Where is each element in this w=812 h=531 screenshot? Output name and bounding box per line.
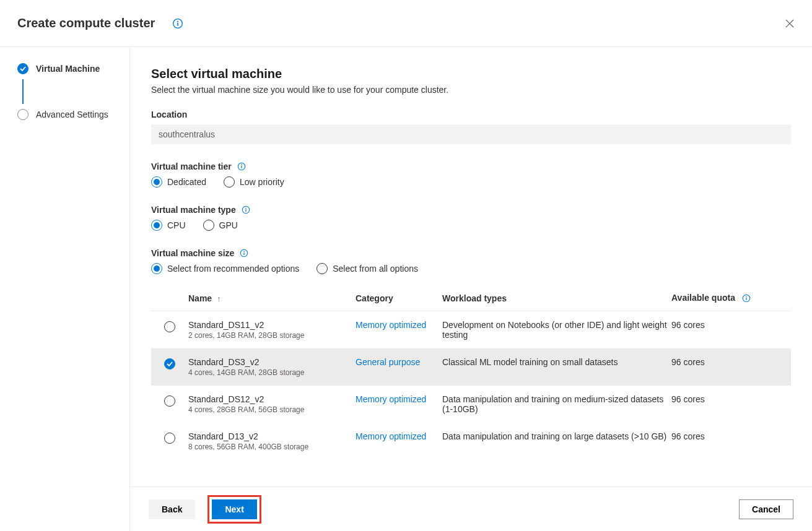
radio-label: Select from all options <box>333 264 418 274</box>
step-advanced-settings[interactable]: Advanced Settings <box>17 106 121 123</box>
radio-label: Low priority <box>240 177 284 187</box>
quota-text: 96 cores <box>671 394 795 404</box>
page-title: Create compute cluster <box>17 16 155 30</box>
svg-rect-14 <box>746 298 746 300</box>
tier-radio-group: Dedicated Low priority <box>151 176 791 188</box>
info-icon <box>742 294 751 303</box>
workload-text: Data manipulation and training on large … <box>442 431 671 441</box>
radio-icon <box>203 220 214 231</box>
check-circle-icon <box>17 63 28 74</box>
svg-point-10 <box>244 251 245 253</box>
svg-rect-11 <box>244 253 245 255</box>
vm-name: Standard_D13_v2 <box>188 431 356 441</box>
tier-info-icon[interactable] <box>237 162 247 171</box>
back-button[interactable]: Back <box>149 499 195 519</box>
location-label: Location <box>151 110 791 119</box>
content-pane: Select virtual machine Select the virtua… <box>130 47 812 531</box>
sort-asc-icon: ↑ <box>217 295 220 303</box>
info-icon <box>242 205 250 214</box>
type-gpu-radio[interactable]: GPU <box>203 220 238 231</box>
size-all-radio[interactable]: Select from all options <box>317 263 418 274</box>
vm-size-table: Name ↑ Category Workload types Available… <box>151 285 791 460</box>
row-radio[interactable] <box>164 321 175 332</box>
table-row[interactable]: Standard_DS12_v24 cores, 28GB RAM, 56GB … <box>151 386 791 423</box>
type-info-icon[interactable] <box>241 205 251 215</box>
row-selected-icon[interactable] <box>164 358 175 369</box>
radio-label: GPU <box>219 220 238 230</box>
vm-spec: 8 cores, 56GB RAM, 400GB storage <box>188 442 356 451</box>
dialog-footer: Back Next Cancel <box>130 486 812 531</box>
size-recommended-radio[interactable]: Select from recommended options <box>151 263 299 274</box>
quota-text: 96 cores <box>671 320 795 330</box>
next-button-highlight: Next <box>207 495 261 524</box>
category-link[interactable]: Memory optimized <box>356 394 426 404</box>
step-label: Virtual Machine <box>36 64 100 74</box>
svg-point-13 <box>746 296 747 298</box>
step-label: Advanced Settings <box>36 110 108 119</box>
svg-rect-2 <box>178 22 179 25</box>
row-radio[interactable] <box>164 395 175 407</box>
category-link[interactable]: Memory optimized <box>356 431 426 441</box>
radio-icon <box>317 263 328 274</box>
table-row[interactable]: Standard_DS3_v24 cores, 14GB RAM, 28GB s… <box>151 348 791 386</box>
radio-icon <box>151 220 162 231</box>
radio-icon <box>224 176 235 188</box>
tier-lowpriority-radio[interactable]: Low priority <box>224 176 284 188</box>
radio-label: Dedicated <box>167 177 206 187</box>
type-cpu-radio[interactable]: CPU <box>151 220 186 231</box>
section-subheading: Select the virtual machine size you woul… <box>151 85 791 95</box>
radio-icon <box>151 263 162 274</box>
vm-spec: 4 cores, 14GB RAM, 28GB storage <box>188 368 356 377</box>
step-virtual-machine[interactable]: Virtual Machine <box>17 61 121 77</box>
category-link[interactable]: Memory optimized <box>356 320 426 330</box>
tier-dedicated-radio[interactable]: Dedicated <box>151 176 206 188</box>
vm-spec: 4 cores, 28GB RAM, 56GB storage <box>188 405 356 414</box>
col-workload-header[interactable]: Workload types <box>442 293 671 303</box>
col-category-header[interactable]: Category <box>356 293 442 303</box>
radio-icon <box>151 176 162 188</box>
col-name-header[interactable]: Name ↑ <box>188 293 356 303</box>
radio-label: CPU <box>167 220 186 230</box>
category-link[interactable]: General purpose <box>356 357 420 367</box>
vm-name: Standard_DS3_v2 <box>188 357 356 367</box>
svg-rect-5 <box>241 166 242 168</box>
quota-text: 96 cores <box>671 431 795 441</box>
quota-info-icon[interactable] <box>741 293 751 303</box>
table-header-row: Name ↑ Category Workload types Available… <box>151 285 791 311</box>
table-row[interactable]: Standard_D13_v28 cores, 56GB RAM, 400GB … <box>151 423 791 460</box>
vm-spec: 2 cores, 14GB RAM, 28GB storage <box>188 331 356 340</box>
svg-point-1 <box>177 20 178 22</box>
section-heading: Select virtual machine <box>151 67 791 81</box>
type-radio-group: CPU GPU <box>151 220 791 231</box>
workload-text: Classical ML model training on small dat… <box>442 357 671 367</box>
dialog-header: Create compute cluster <box>0 0 812 47</box>
svg-point-7 <box>245 208 247 209</box>
workload-text: Data manipulation and training on medium… <box>442 394 671 414</box>
quota-text: 96 cores <box>671 357 795 367</box>
col-quota-header[interactable]: Available quota <box>671 293 795 303</box>
radio-label: Select from recommended options <box>167 264 299 274</box>
close-button[interactable] <box>784 17 796 30</box>
vm-name: Standard_DS11_v2 <box>188 320 356 330</box>
table-row[interactable]: Standard_DS11_v22 cores, 14GB RAM, 28GB … <box>151 311 791 348</box>
info-icon <box>240 249 248 257</box>
workload-text: Development on Notebooks (or other IDE) … <box>442 320 671 340</box>
size-label: Virtual machine size <box>151 248 791 258</box>
vm-name: Standard_DS12_v2 <box>188 394 356 404</box>
location-field: southcentralus <box>151 124 791 144</box>
location-value: southcentralus <box>159 129 215 139</box>
circle-icon <box>17 109 28 120</box>
info-icon <box>237 162 246 171</box>
type-label: Virtual machine type <box>151 205 791 215</box>
title-info-icon[interactable] <box>172 18 183 29</box>
size-info-icon[interactable] <box>239 248 249 258</box>
size-radio-group: Select from recommended options Select f… <box>151 263 791 274</box>
step-connector <box>22 79 24 104</box>
row-radio[interactable] <box>164 433 175 444</box>
tier-label: Virtual machine tier <box>151 162 791 171</box>
steps-sidebar: Virtual Machine Advanced Settings <box>0 47 130 531</box>
close-icon <box>785 19 794 28</box>
cancel-button[interactable]: Cancel <box>739 499 793 519</box>
svg-rect-8 <box>245 209 246 212</box>
next-button[interactable]: Next <box>212 499 256 519</box>
